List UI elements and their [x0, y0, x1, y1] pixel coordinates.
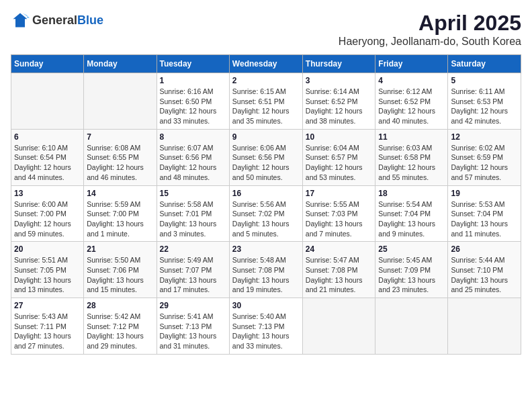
day-number: 8	[160, 132, 226, 142]
calendar-cell: 23Sunrise: 5:48 AMSunset: 7:08 PMDayligh…	[229, 242, 302, 298]
day-number: 14	[87, 189, 153, 198]
calendar-cell	[11, 73, 84, 130]
calendar-week-row: 20Sunrise: 5:51 AMSunset: 7:05 PMDayligh…	[11, 242, 521, 298]
day-number: 6	[14, 132, 81, 142]
day-number: 27	[14, 301, 81, 310]
day-info: Sunrise: 5:45 AMSunset: 7:09 PMDaylight:…	[378, 255, 445, 295]
day-info: Sunrise: 5:44 AMSunset: 7:10 PMDaylight:…	[451, 255, 518, 295]
day-number: 19	[451, 189, 518, 198]
day-info: Sunrise: 6:08 AMSunset: 6:55 PMDaylight:…	[87, 143, 153, 183]
calendar-cell	[448, 298, 521, 355]
calendar-cell: 11Sunrise: 6:03 AMSunset: 6:58 PMDayligh…	[375, 129, 448, 185]
day-info: Sunrise: 5:42 AMSunset: 7:12 PMDaylight:…	[87, 312, 153, 351]
day-number: 20	[14, 244, 81, 254]
calendar-cell	[375, 298, 448, 355]
day-number: 12	[451, 132, 518, 142]
calendar-cell	[302, 298, 375, 355]
day-number: 1	[160, 76, 226, 85]
day-info: Sunrise: 5:59 AMSunset: 7:00 PMDaylight:…	[87, 199, 153, 239]
day-number: 16	[232, 189, 300, 198]
day-number: 21	[87, 244, 153, 254]
day-number: 7	[87, 132, 153, 142]
calendar-cell: 20Sunrise: 5:51 AMSunset: 7:05 PMDayligh…	[11, 242, 84, 298]
calendar-cell: 25Sunrise: 5:45 AMSunset: 7:09 PMDayligh…	[375, 242, 448, 298]
calendar-cell: 10Sunrise: 6:04 AMSunset: 6:57 PMDayligh…	[302, 129, 375, 185]
svg-marker-0	[13, 13, 28, 28]
day-number: 23	[232, 244, 300, 254]
calendar-cell: 8Sunrise: 6:07 AMSunset: 6:56 PMDaylight…	[157, 129, 229, 185]
day-info: Sunrise: 6:15 AMSunset: 6:51 PMDaylight:…	[232, 87, 300, 126]
logo: GeneralBlue	[11, 11, 103, 30]
day-info: Sunrise: 6:11 AMSunset: 6:53 PMDaylight:…	[451, 87, 518, 126]
day-number: 22	[160, 244, 226, 254]
day-info: Sunrise: 5:49 AMSunset: 7:07 PMDaylight:…	[160, 255, 226, 295]
day-number: 25	[378, 244, 445, 254]
day-number: 17	[306, 189, 373, 198]
day-info: Sunrise: 6:12 AMSunset: 6:52 PMDaylight:…	[378, 87, 445, 126]
calendar-cell: 26Sunrise: 5:44 AMSunset: 7:10 PMDayligh…	[448, 242, 521, 298]
day-number: 9	[232, 132, 300, 142]
calendar-cell: 1Sunrise: 6:16 AMSunset: 6:50 PMDaylight…	[157, 73, 229, 130]
day-number: 24	[306, 244, 373, 254]
day-number: 29	[160, 301, 226, 310]
day-info: Sunrise: 5:53 AMSunset: 7:04 PMDaylight:…	[451, 199, 518, 239]
day-number: 10	[306, 132, 373, 142]
day-info: Sunrise: 5:41 AMSunset: 7:13 PMDaylight:…	[160, 312, 226, 351]
month-title: April 2025	[339, 11, 521, 36]
calendar-cell: 14Sunrise: 5:59 AMSunset: 7:00 PMDayligh…	[84, 185, 157, 242]
calendar-cell: 12Sunrise: 6:02 AMSunset: 6:59 PMDayligh…	[448, 129, 521, 185]
day-info: Sunrise: 6:03 AMSunset: 6:58 PMDaylight:…	[378, 143, 445, 183]
day-info: Sunrise: 6:16 AMSunset: 6:50 PMDaylight:…	[160, 87, 226, 126]
day-number: 18	[378, 189, 445, 198]
calendar-header-row: SundayMondayTuesdayWednesdayThursdayFrid…	[11, 55, 521, 73]
page-header: GeneralBlue April 2025 Haeryong, Jeollan…	[11, 11, 521, 48]
day-info: Sunrise: 5:40 AMSunset: 7:13 PMDaylight:…	[232, 312, 300, 351]
calendar-cell: 7Sunrise: 6:08 AMSunset: 6:55 PMDaylight…	[84, 129, 157, 185]
day-info: Sunrise: 6:02 AMSunset: 6:59 PMDaylight:…	[451, 143, 518, 183]
day-info: Sunrise: 5:43 AMSunset: 7:11 PMDaylight:…	[14, 312, 81, 351]
day-info: Sunrise: 5:51 AMSunset: 7:05 PMDaylight:…	[14, 255, 81, 295]
day-number: 13	[14, 189, 81, 198]
day-info: Sunrise: 6:07 AMSunset: 6:56 PMDaylight:…	[160, 143, 226, 183]
day-number: 4	[378, 76, 445, 85]
calendar-cell	[84, 73, 157, 130]
calendar-cell: 5Sunrise: 6:11 AMSunset: 6:53 PMDaylight…	[448, 73, 521, 130]
day-info: Sunrise: 5:47 AMSunset: 7:08 PMDaylight:…	[306, 255, 373, 295]
day-info: Sunrise: 5:55 AMSunset: 7:03 PMDaylight:…	[306, 199, 373, 239]
calendar-cell: 13Sunrise: 6:00 AMSunset: 7:00 PMDayligh…	[11, 185, 84, 242]
calendar-cell: 9Sunrise: 6:06 AMSunset: 6:56 PMDaylight…	[229, 129, 302, 185]
title-area: April 2025 Haeryong, Jeollanam-do, South…	[339, 11, 521, 48]
calendar-cell: 18Sunrise: 5:54 AMSunset: 7:04 PMDayligh…	[375, 185, 448, 242]
location-title: Haeryong, Jeollanam-do, South Korea	[339, 36, 521, 48]
calendar-cell: 4Sunrise: 6:12 AMSunset: 6:52 PMDaylight…	[375, 73, 448, 130]
calendar-week-row: 27Sunrise: 5:43 AMSunset: 7:11 PMDayligh…	[11, 298, 521, 355]
day-info: Sunrise: 5:56 AMSunset: 7:02 PMDaylight:…	[232, 199, 300, 239]
calendar-cell: 29Sunrise: 5:41 AMSunset: 7:13 PMDayligh…	[157, 298, 229, 355]
calendar-cell: 22Sunrise: 5:49 AMSunset: 7:07 PMDayligh…	[157, 242, 229, 298]
day-number: 15	[160, 189, 226, 198]
day-info: Sunrise: 6:14 AMSunset: 6:52 PMDaylight:…	[306, 87, 373, 126]
day-info: Sunrise: 5:54 AMSunset: 7:04 PMDaylight:…	[378, 199, 445, 239]
calendar-cell: 17Sunrise: 5:55 AMSunset: 7:03 PMDayligh…	[302, 185, 375, 242]
calendar-cell: 24Sunrise: 5:47 AMSunset: 7:08 PMDayligh…	[302, 242, 375, 298]
calendar-cell: 27Sunrise: 5:43 AMSunset: 7:11 PMDayligh…	[11, 298, 84, 355]
logo-text-general: General	[32, 13, 77, 27]
day-number: 5	[451, 76, 518, 85]
calendar-week-row: 1Sunrise: 6:16 AMSunset: 6:50 PMDaylight…	[11, 73, 521, 130]
day-info: Sunrise: 5:50 AMSunset: 7:06 PMDaylight:…	[87, 255, 153, 295]
day-number: 30	[232, 301, 300, 310]
calendar-cell: 6Sunrise: 6:10 AMSunset: 6:54 PMDaylight…	[11, 129, 84, 185]
calendar-cell: 2Sunrise: 6:15 AMSunset: 6:51 PMDaylight…	[229, 73, 302, 130]
calendar-day-header: Sunday	[11, 55, 84, 73]
logo-icon	[11, 11, 30, 30]
calendar-cell: 19Sunrise: 5:53 AMSunset: 7:04 PMDayligh…	[448, 185, 521, 242]
day-info: Sunrise: 6:06 AMSunset: 6:56 PMDaylight:…	[232, 143, 300, 183]
calendar-cell: 3Sunrise: 6:14 AMSunset: 6:52 PMDaylight…	[302, 73, 375, 130]
logo-text-blue: Blue	[77, 13, 103, 27]
calendar-week-row: 13Sunrise: 6:00 AMSunset: 7:00 PMDayligh…	[11, 185, 521, 242]
calendar-table: SundayMondayTuesdayWednesdayThursdayFrid…	[11, 54, 521, 355]
day-number: 11	[378, 132, 445, 142]
calendar-cell: 28Sunrise: 5:42 AMSunset: 7:12 PMDayligh…	[84, 298, 157, 355]
calendar-cell: 16Sunrise: 5:56 AMSunset: 7:02 PMDayligh…	[229, 185, 302, 242]
day-number: 28	[87, 301, 153, 310]
